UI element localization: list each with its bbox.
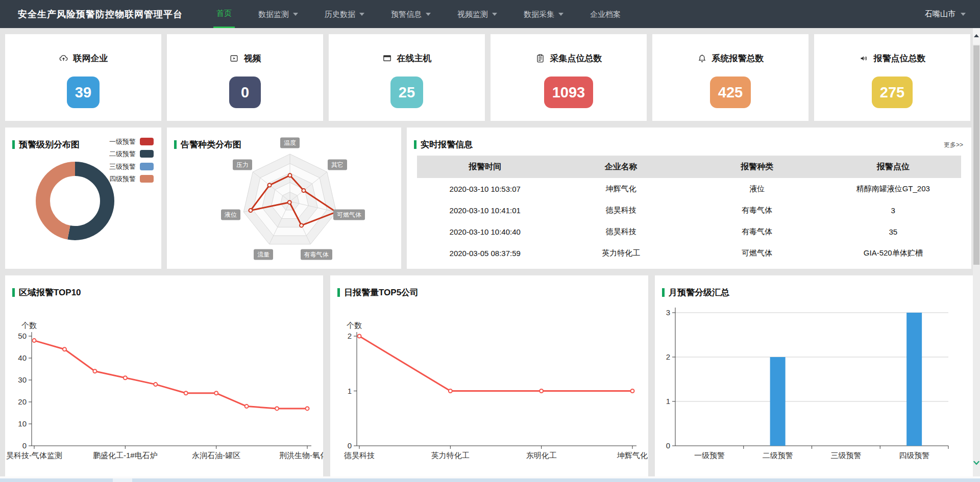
svg-text:鹏盛化工-1#电石炉: 鹏盛化工-1#电石炉 (93, 451, 158, 460)
radar-axis-label: 液位 (221, 209, 240, 220)
nav-item-label: 企业档案 (590, 1, 621, 28)
alarm-table-cell: 有毒气体 (689, 199, 825, 221)
nav-item-label: 历史数据 (325, 1, 355, 28)
stat-value-badge: 0 (229, 77, 261, 108)
alarm-table-cell: GIA-520单体贮槽 (825, 242, 962, 264)
region-alarm-top10-line-chart: 01020304050个数昊科技-气体监测鹏盛化工-1#电石炉永润石油-罐区荆洪… (5, 275, 323, 476)
dashboard-root: 安全生产风险预警防控物联网管理平台 首页数据监测历史数据预警信息视频监测数据采集… (0, 0, 980, 482)
svg-text:昊科技-气体监测: 昊科技-气体监测 (6, 451, 62, 460)
panel-warning-level-distribution: 预警级别分布图 一级预警 二级预警 三级预警 四级预警 (5, 128, 161, 269)
panel-alarm-type-distribution: 告警种类分布图 温度其它可燃气体有毒气体流量液位压力 (167, 128, 401, 269)
alarm-table-cell: 2020-03-10 10:41:01 (417, 199, 553, 221)
chevron-down-icon (293, 13, 298, 16)
horizontal-scrollbar-thumb[interactable] (113, 478, 132, 482)
svg-text:英力特化工: 英力特化工 (431, 451, 470, 460)
alarm-table-cell: 2020-03-10 10:53:07 (417, 178, 553, 199)
alarm-table-cell: 精醇南罐液位GT_203 (825, 178, 962, 199)
clipboard-icon (535, 54, 545, 63)
nav-item-6[interactable]: 企业档案 (587, 0, 624, 28)
stat-card-online-hosts: 在线主机 25 (329, 34, 485, 121)
svg-text:0: 0 (348, 441, 352, 450)
vertical-scrollbar[interactable] (973, 28, 980, 482)
col-enterprise: 企业名称 (553, 156, 690, 178)
alarm-table-cell: 35 (825, 221, 962, 242)
alarm-table-cell: 液位 (689, 178, 825, 199)
panel-title-text: 实时报警信息 (421, 139, 473, 150)
nav-item-2[interactable]: 历史数据 (322, 0, 368, 28)
cloud-upload-icon (59, 54, 68, 63)
warning-level-donut-chart (5, 128, 161, 269)
svg-text:50: 50 (18, 332, 27, 340)
stat-value-badge: 1093 (544, 77, 594, 108)
svg-text:二级预警: 二级预警 (763, 451, 793, 460)
svg-text:20: 20 (18, 397, 27, 406)
alarm-type-radar-chart (167, 128, 401, 269)
radar-axis-label: 可燃气体 (333, 209, 365, 220)
alarm-table-cell: 英力特化工 (553, 242, 690, 264)
nav-item-label: 预警信息 (391, 1, 422, 28)
panel-realtime-alarms: 实时报警信息 更多>> 报警时间 企业名称 报警种类 报警点位 2020-03-… (407, 128, 971, 269)
daily-alarm-top5-line-chart: 012个数德昊科技英力特化工东明化工坤辉气化 (330, 275, 648, 476)
svg-text:德昊科技: 德昊科技 (344, 451, 375, 460)
stat-label: 在线主机 (397, 53, 432, 64)
bell-icon (697, 54, 707, 63)
more-link[interactable]: 更多>> (944, 141, 963, 149)
chevron-down-icon (426, 13, 431, 16)
radar-axis-label: 压力 (233, 160, 252, 170)
nav-item-4[interactable]: 视频监测 (454, 0, 500, 28)
stat-card-system-alarms: 系统报警总数 425 (652, 34, 808, 121)
stat-label: 采集点位总数 (550, 53, 602, 64)
table-header-row: 报警时间 企业名称 报警种类 报警点位 (417, 156, 961, 178)
alarm-table-cell: 德昊科技 (553, 199, 690, 221)
panel-daily-alarm-top5: 日报警量TOP5公司 012个数德昊科技英力特化工东明化工坤辉气化 (330, 275, 648, 476)
svg-text:东明化工: 东明化工 (526, 451, 557, 460)
nav-item-label: 首页 (216, 1, 232, 26)
nav-item-0[interactable]: 首页 (213, 0, 235, 28)
alarm-table-row: 2020-03-10 10:40:40德昊科技有毒气体35 (417, 221, 961, 242)
stat-label: 系统报警总数 (712, 53, 764, 64)
nav-item-1[interactable]: 数据监测 (255, 0, 301, 28)
svg-text:永润石油-罐区: 永润石油-罐区 (192, 451, 240, 460)
scroll-up-button[interactable] (973, 28, 980, 44)
speaker-icon (859, 54, 869, 63)
nav-item-label: 数据监测 (258, 1, 289, 28)
chevron-down-icon (961, 13, 966, 16)
region-selector[interactable]: 石嘴山市 (925, 9, 966, 19)
region-label: 石嘴山市 (925, 9, 955, 19)
svg-text:0: 0 (666, 441, 670, 450)
stat-card-collection-points: 采集点位总数 1093 (491, 34, 647, 121)
chevron-down-icon (492, 13, 497, 16)
svg-text:1: 1 (348, 387, 352, 395)
nav-item-label: 视频监测 (457, 1, 488, 28)
panel-title: 实时报警信息 (414, 139, 473, 150)
monitor-icon (382, 54, 392, 63)
monthly-warning-bar-chart: 0123一级预警二级预警三级预警四级预警 (655, 275, 973, 476)
svg-text:个数: 个数 (21, 321, 37, 329)
green-chevron-down-icon (973, 461, 979, 466)
stat-value-badge: 425 (710, 77, 751, 108)
stat-value-badge: 39 (67, 77, 100, 108)
svg-text:2: 2 (666, 352, 670, 361)
nav-item-5[interactable]: 数据采集 (521, 0, 567, 28)
horizontal-scrollbar[interactable] (0, 478, 980, 482)
radar-axis-label: 其它 (328, 160, 347, 170)
video-icon (229, 54, 239, 63)
chevron-down-icon (558, 13, 564, 16)
stat-value-badge: 275 (872, 77, 913, 108)
col-alarm-time: 报警时间 (417, 156, 553, 178)
svg-text:一级预警: 一级预警 (694, 451, 725, 460)
col-alarm-type: 报警种类 (689, 156, 825, 178)
stat-card-alarm-points: 报警点位总数 275 (814, 34, 970, 121)
alarm-table-cell: 2020-03-10 10:40:40 (417, 221, 553, 242)
alarm-table-row: 2020-03-10 10:53:07坤辉气化液位精醇南罐液位GT_203 (417, 178, 961, 199)
radar-axis-label: 流量 (254, 249, 273, 260)
vertical-scrollbar-thumb[interactable] (973, 45, 979, 265)
svg-text:1: 1 (666, 397, 670, 405)
stat-value-badge: 25 (390, 77, 423, 108)
alarm-table-cell: 2020-03-05 08:37:59 (417, 242, 553, 264)
nav-item-3[interactable]: 预警信息 (388, 0, 434, 28)
alarm-table-cell: 有毒气体 (689, 221, 825, 242)
chevron-down-icon (359, 13, 364, 16)
stat-label: 视频 (244, 53, 261, 64)
svg-text:40: 40 (18, 353, 27, 362)
